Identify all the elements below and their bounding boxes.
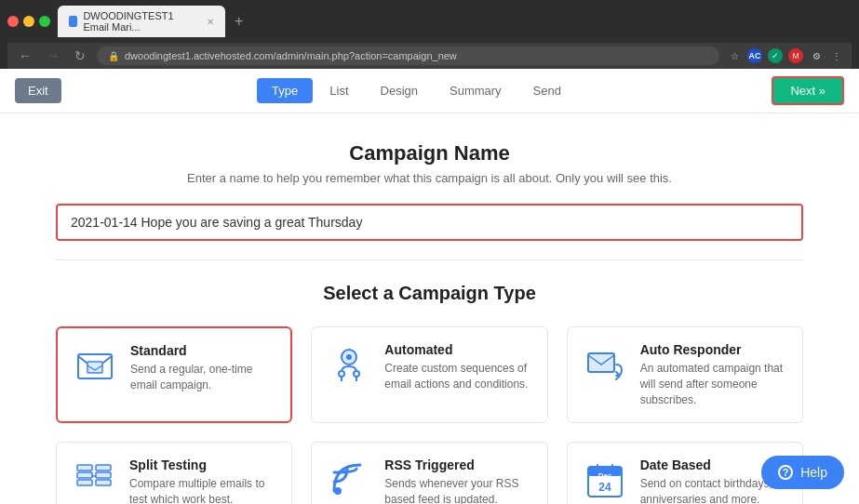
help-icon: ? bbox=[778, 465, 793, 480]
standard-name: Standard bbox=[130, 343, 275, 358]
campaign-type-rss[interactable]: RSS Triggered Sends whenever your RSS ba… bbox=[311, 442, 547, 504]
browser-toolbar: ☆ AC ✓ M ⚙ ⋮ bbox=[727, 48, 844, 63]
forward-button[interactable]: → bbox=[43, 46, 63, 65]
autoresponder-description: An automated campaign that will send aft… bbox=[640, 361, 787, 407]
campaign-type-split-testing[interactable]: Split Testing Compare multiple emails to… bbox=[56, 442, 292, 504]
extension-icon-1[interactable]: AC bbox=[747, 48, 762, 63]
standard-icon bbox=[73, 343, 117, 388]
svg-rect-10 bbox=[77, 472, 92, 478]
svg-point-4 bbox=[339, 371, 344, 377]
split-testing-icon bbox=[72, 458, 116, 502]
campaign-types-grid: Standard Send a regular, one-time email … bbox=[56, 326, 803, 504]
traffic-light-yellow[interactable] bbox=[23, 16, 34, 27]
tab-design[interactable]: Design bbox=[366, 78, 433, 103]
address-bar: ← → ↻ 🔒 dwoodingtest1.activehosted.com/a… bbox=[7, 43, 852, 69]
campaign-type-automated[interactable]: Automated Create custom sequences of ema… bbox=[311, 326, 547, 423]
new-tab-button[interactable]: + bbox=[229, 13, 248, 30]
tab-send[interactable]: Send bbox=[518, 78, 576, 103]
app-toolbar: Exit Type List Design Summary Send Next … bbox=[0, 69, 859, 113]
help-label: Help bbox=[800, 465, 827, 480]
rss-triggered-card-text: RSS Triggered Sends whenever your RSS ba… bbox=[384, 458, 531, 504]
rss-triggered-name: RSS Triggered bbox=[384, 458, 531, 472]
svg-rect-12 bbox=[96, 465, 111, 471]
autoresponder-name: Auto Responder bbox=[640, 342, 787, 357]
back-button[interactable]: ← bbox=[15, 46, 35, 65]
tab-list[interactable]: List bbox=[315, 78, 363, 103]
svg-rect-14 bbox=[96, 480, 111, 485]
tab-favicon bbox=[69, 16, 77, 27]
traffic-light-green[interactable] bbox=[39, 16, 50, 27]
date-based-icon: Dec 24 bbox=[583, 458, 627, 502]
split-testing-name: Split Testing bbox=[129, 458, 276, 472]
campaign-type-autoresponder[interactable]: Auto Responder An automated campaign tha… bbox=[567, 326, 803, 423]
menu-icon[interactable]: ⋮ bbox=[829, 48, 844, 63]
split-testing-card-text: Split Testing Compare multiple emails to… bbox=[129, 458, 276, 504]
reload-button[interactable]: ↻ bbox=[71, 46, 89, 65]
url-text: dwoodingtest1.activehosted.com/admin/mai… bbox=[125, 50, 457, 61]
svg-rect-11 bbox=[77, 480, 92, 485]
svg-rect-9 bbox=[77, 465, 92, 471]
help-button[interactable]: ? Help bbox=[761, 456, 844, 489]
campaign-name-input[interactable] bbox=[58, 206, 801, 239]
svg-text:24: 24 bbox=[598, 481, 611, 494]
svg-point-5 bbox=[354, 371, 359, 377]
split-testing-description: Compare multiple emails to test which wo… bbox=[129, 476, 276, 504]
campaign-name-subtitle: Enter a name to help you remember what t… bbox=[56, 171, 803, 185]
rss-triggered-icon bbox=[327, 458, 371, 502]
campaign-type-title: Select a Campaign Type bbox=[56, 283, 803, 304]
automated-card-text: Automated Create custom sequences of ema… bbox=[384, 342, 531, 392]
help-button-wrapper: ? Help bbox=[761, 456, 844, 489]
standard-card-text: Standard Send a regular, one-time email … bbox=[130, 343, 275, 393]
extension-icon-2[interactable]: ✓ bbox=[768, 48, 783, 63]
tab-summary[interactable]: Summary bbox=[435, 78, 517, 103]
traffic-light-red[interactable] bbox=[7, 16, 19, 27]
exit-button[interactable]: Exit bbox=[15, 78, 61, 103]
divider bbox=[56, 259, 803, 260]
rss-triggered-description: Sends whenever your RSS based feed is up… bbox=[384, 476, 531, 504]
main-content: Campaign Name Enter a name to help you r… bbox=[0, 113, 859, 504]
svg-rect-8 bbox=[588, 353, 614, 372]
url-input[interactable]: 🔒 dwoodingtest1.activehosted.com/admin/m… bbox=[97, 46, 719, 65]
svg-text:Dec: Dec bbox=[597, 471, 611, 480]
next-button[interactable]: Next » bbox=[772, 76, 844, 105]
nav-tabs: Type List Design Summary Send bbox=[257, 78, 576, 103]
tab-type[interactable]: Type bbox=[257, 78, 313, 103]
lock-icon: 🔒 bbox=[108, 51, 119, 61]
automated-description: Create custom sequences of email actions… bbox=[384, 361, 531, 392]
star-icon[interactable]: ☆ bbox=[727, 48, 742, 63]
svg-point-3 bbox=[346, 354, 352, 360]
app-content: Exit Type List Design Summary Send Next … bbox=[0, 69, 859, 504]
campaign-name-title: Campaign Name bbox=[56, 141, 803, 166]
browser-chrome: DWOODINGTEST1 Email Mari... ✕ + ← → ↻ 🔒 … bbox=[0, 0, 859, 69]
automated-name: Automated bbox=[384, 342, 531, 357]
browser-tab-active[interactable]: DWOODINGTEST1 Email Mari... ✕ bbox=[58, 6, 225, 37]
tab-title: DWOODINGTEST1 Email Mari... bbox=[83, 10, 201, 33]
campaign-type-standard[interactable]: Standard Send a regular, one-time email … bbox=[56, 326, 292, 423]
standard-description: Send a regular, one-time email campaign. bbox=[130, 362, 275, 393]
extension-icon-3[interactable]: M bbox=[788, 48, 803, 63]
autoresponder-card-text: Auto Responder An automated campaign tha… bbox=[640, 342, 787, 407]
automated-icon bbox=[327, 342, 371, 387]
autoresponder-icon bbox=[583, 342, 627, 387]
extensions-icon[interactable]: ⚙ bbox=[809, 48, 824, 63]
tab-close-button[interactable]: ✕ bbox=[207, 17, 214, 27]
campaign-name-input-wrapper bbox=[56, 204, 803, 241]
svg-rect-13 bbox=[96, 472, 111, 478]
